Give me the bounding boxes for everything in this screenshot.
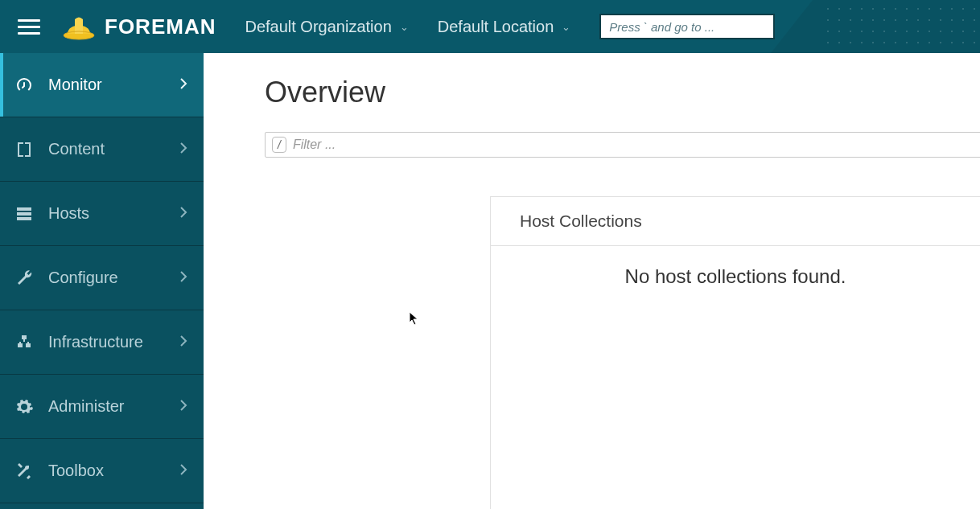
wrench-icon — [14, 269, 34, 288]
sidebar-item-label: Administer — [48, 397, 179, 416]
chevron-right-icon — [179, 76, 187, 94]
chevron-down-icon: ⌄ — [400, 21, 409, 33]
topbar-dots — [819, 0, 980, 53]
sidebar-item-configure[interactable]: Configure — [0, 246, 204, 310]
chevron-right-icon — [179, 333, 187, 351]
sidebar-item-content[interactable]: Content — [0, 117, 204, 182]
global-search-input[interactable] — [601, 15, 773, 38]
card-empty-message: No host collections found. — [491, 246, 980, 307]
card-title: Host Collections — [491, 197, 980, 246]
organization-dropdown[interactable]: Default Organization ⌄ — [245, 18, 408, 36]
chevron-down-icon: ⌄ — [562, 21, 570, 33]
main-content: Overview / Host Collections No host coll… — [204, 53, 980, 509]
organization-label: Default Organization — [245, 18, 391, 36]
dashboard-icon — [14, 76, 34, 95]
brand-text: FOREMAN — [105, 14, 216, 39]
tools-icon — [14, 462, 34, 481]
sitemap-icon — [14, 333, 34, 352]
location-label: Default Location — [438, 18, 554, 36]
topbar: FOREMAN Default Organization ⌄ Default L… — [0, 0, 980, 53]
sidebar-item-monitor[interactable]: Monitor — [0, 53, 204, 117]
page-title: Overview — [265, 76, 980, 109]
sidebar-item-hosts[interactable]: Hosts — [0, 182, 204, 246]
brand-logo[interactable]: FOREMAN — [63, 13, 216, 40]
chevron-right-icon — [179, 269, 187, 287]
chevron-right-icon — [179, 140, 187, 158]
chevron-right-icon — [179, 462, 187, 480]
sidebar-item-label: Monitor — [48, 76, 179, 94]
chevron-right-icon — [179, 204, 187, 223]
sidebar-item-label: Configure — [48, 269, 179, 287]
sidebar-item-label: Hosts — [48, 204, 179, 223]
location-dropdown[interactable]: Default Location ⌄ — [438, 18, 571, 36]
sidebar-item-label: Toolbox — [48, 462, 179, 480]
server-icon — [14, 204, 34, 224]
gear-icon — [14, 397, 34, 417]
sidebar-item-infrastructure[interactable]: Infrastructure — [0, 310, 204, 375]
helmet-icon — [63, 13, 95, 40]
sidebar-item-label: Infrastructure — [48, 333, 179, 351]
host-collections-card: Host Collections No host collections fou… — [490, 196, 980, 509]
global-search[interactable] — [599, 14, 775, 39]
filter-hotkey-badge: / — [272, 137, 286, 153]
sidebar: Monitor Content Hosts — [0, 53, 204, 509]
chevron-right-icon — [179, 397, 187, 416]
sidebar-item-label: Content — [48, 140, 179, 158]
book-icon — [14, 140, 34, 159]
sidebar-item-administer[interactable]: Administer — [0, 375, 204, 439]
topbar-decoration — [771, 0, 980, 53]
filter-bar[interactable]: / — [265, 132, 980, 158]
filter-input[interactable] — [293, 133, 980, 157]
menu-toggle-button[interactable] — [18, 14, 43, 39]
sidebar-item-toolbox[interactable]: Toolbox — [0, 439, 204, 503]
